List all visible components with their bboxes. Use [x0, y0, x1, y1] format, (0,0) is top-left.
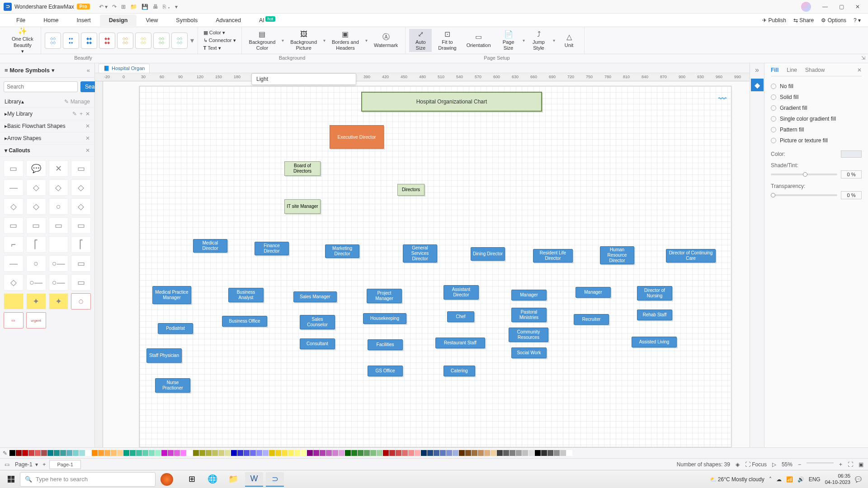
org-box[interactable]: Project Manager: [367, 289, 402, 303]
palette-swatch[interactable]: [503, 450, 509, 456]
theme-dropdown[interactable]: Light: [251, 73, 356, 85]
layout-swatch[interactable]: ◇◇◇◇: [135, 33, 151, 49]
palette-swatch[interactable]: [421, 450, 427, 456]
palette-swatch[interactable]: [396, 450, 401, 456]
new-icon[interactable]: ⊞: [121, 4, 126, 10]
transparency-slider[interactable]: [771, 194, 837, 196]
manage-link[interactable]: ✎ Manage: [64, 99, 90, 105]
org-box[interactable]: Pastoral Ministries: [511, 308, 547, 322]
palette-swatch[interactable]: [370, 450, 376, 456]
palette-swatch[interactable]: [294, 450, 300, 456]
palette-swatch[interactable]: [554, 450, 560, 456]
focus-button[interactable]: ⛶ Focus: [745, 461, 767, 468]
print-icon[interactable]: 🖶: [153, 4, 158, 10]
palette-swatch[interactable]: [237, 450, 243, 456]
callouts-row[interactable]: ▾ Callouts✕: [0, 145, 94, 157]
palette-swatch[interactable]: [85, 450, 91, 456]
watermark-button[interactable]: ⒶWatermark: [370, 32, 401, 49]
org-box[interactable]: Resident Life Director: [533, 249, 573, 263]
palette-swatch[interactable]: [307, 450, 313, 456]
palette-swatch[interactable]: [320, 450, 326, 456]
callout-shape[interactable]: ▭: [71, 160, 91, 177]
palette-swatch[interactable]: [104, 450, 110, 456]
layout-swatch[interactable]: ◇◇◇◇: [153, 33, 170, 49]
palette-swatch[interactable]: [155, 450, 161, 456]
undo-icon[interactable]: ↶ ▾: [99, 4, 108, 10]
help-icon[interactable]: ? ▾: [854, 17, 861, 23]
collapse-panel-icon[interactable]: «: [87, 67, 90, 74]
menu-symbols[interactable]: Symbols: [167, 14, 207, 26]
palette-swatch[interactable]: [35, 450, 41, 456]
org-box[interactable]: Sales Manager: [293, 291, 337, 302]
palette-swatch[interactable]: [212, 450, 218, 456]
shadow-tab[interactable]: Shadow: [805, 67, 825, 73]
zoom-in-button[interactable]: +: [839, 461, 842, 468]
palette-swatch[interactable]: [301, 450, 307, 456]
org-box-executive-director[interactable]: Executive Director: [330, 125, 384, 149]
volume-icon[interactable]: 🔊: [797, 476, 804, 483]
options-button[interactable]: ⚙ Options: [821, 17, 846, 23]
org-box[interactable]: Assisted Living: [632, 337, 677, 347]
arrow-shapes-row[interactable]: ▸ Arrow Shapes✕: [0, 132, 94, 145]
org-box[interactable]: Medical Director: [193, 239, 227, 253]
palette-swatch[interactable]: [535, 450, 541, 456]
menu-ai[interactable]: AIhot: [250, 14, 284, 26]
org-box[interactable]: Consultant: [300, 338, 335, 349]
close-button[interactable]: ✕: [851, 2, 864, 12]
palette-swatch[interactable]: [541, 450, 547, 456]
palette-swatch[interactable]: [123, 450, 129, 456]
palette-swatch[interactable]: [332, 450, 338, 456]
palette-swatch[interactable]: [174, 450, 180, 456]
close-panel-icon[interactable]: ✕: [857, 67, 862, 73]
menu-view[interactable]: View: [137, 14, 167, 26]
callout-shape[interactable]: ▭: [49, 217, 69, 234]
close-lib-icon[interactable]: ✕: [85, 111, 90, 117]
palette-swatch[interactable]: [465, 450, 471, 456]
palette-swatch[interactable]: [250, 450, 256, 456]
callout-shape[interactable]: ⎡: [71, 236, 91, 253]
panel-toggle-icon[interactable]: ≡: [5, 67, 8, 74]
palette-swatch[interactable]: [244, 450, 250, 456]
maximize-button[interactable]: ▢: [835, 2, 848, 12]
palette-swatch[interactable]: [130, 450, 136, 456]
org-box-board[interactable]: Board of Directors: [284, 161, 321, 176]
org-box[interactable]: Sales Counselor: [300, 315, 335, 329]
fill-option-single-gradient[interactable]: Single color gradient fill: [771, 113, 862, 124]
dropdown-icon[interactable]: ▾: [365, 38, 368, 43]
shade-value[interactable]: 0 %: [841, 170, 862, 178]
transparency-value[interactable]: 0 %: [841, 191, 862, 199]
layout-swatch[interactable]: ◇◇◇◇: [117, 33, 133, 49]
line-tab[interactable]: Line: [787, 67, 797, 73]
publish-button[interactable]: ✈ Publish: [762, 17, 786, 23]
palette-swatch[interactable]: [345, 450, 351, 456]
onedrive-icon[interactable]: ☁: [776, 476, 782, 483]
org-box[interactable]: Director of Continuing Care: [666, 249, 716, 263]
palette-swatch[interactable]: [199, 450, 205, 456]
callout-shape[interactable]: ○—: [49, 255, 69, 272]
explorer-icon[interactable]: 📁: [224, 472, 242, 487]
menu-file[interactable]: File: [7, 14, 34, 26]
callout-shape[interactable]: ✦: [26, 293, 46, 310]
layout-swatch[interactable]: ◇◇◇◇: [171, 33, 188, 49]
palette-swatch[interactable]: [16, 450, 22, 456]
palette-swatch[interactable]: [497, 450, 503, 456]
layout-swatch[interactable]: ◇◇◇◇: [45, 33, 61, 49]
palette-swatch[interactable]: [377, 450, 382, 456]
palette-swatch[interactable]: [509, 450, 515, 456]
palette-swatch[interactable]: [358, 450, 363, 456]
menu-advanced[interactable]: Advanced: [207, 14, 250, 26]
palette-swatch[interactable]: [478, 450, 484, 456]
callout-shape[interactable]: [49, 236, 69, 253]
word-icon[interactable]: W: [245, 472, 263, 487]
palette-swatch[interactable]: [256, 450, 262, 456]
palette-swatch[interactable]: [92, 450, 98, 456]
palette-swatch[interactable]: [491, 450, 496, 456]
page-size-button[interactable]: 📄Page Size: [497, 29, 520, 52]
callout-shape[interactable]: ○: [49, 198, 69, 215]
palette-swatch[interactable]: [547, 450, 553, 456]
menu-home[interactable]: Home: [34, 14, 67, 26]
org-box[interactable]: Rehab Staff: [637, 310, 672, 320]
palette-swatch[interactable]: [149, 450, 155, 456]
palette-swatch[interactable]: [516, 450, 522, 456]
callout-shape[interactable]: ✦: [49, 293, 69, 310]
